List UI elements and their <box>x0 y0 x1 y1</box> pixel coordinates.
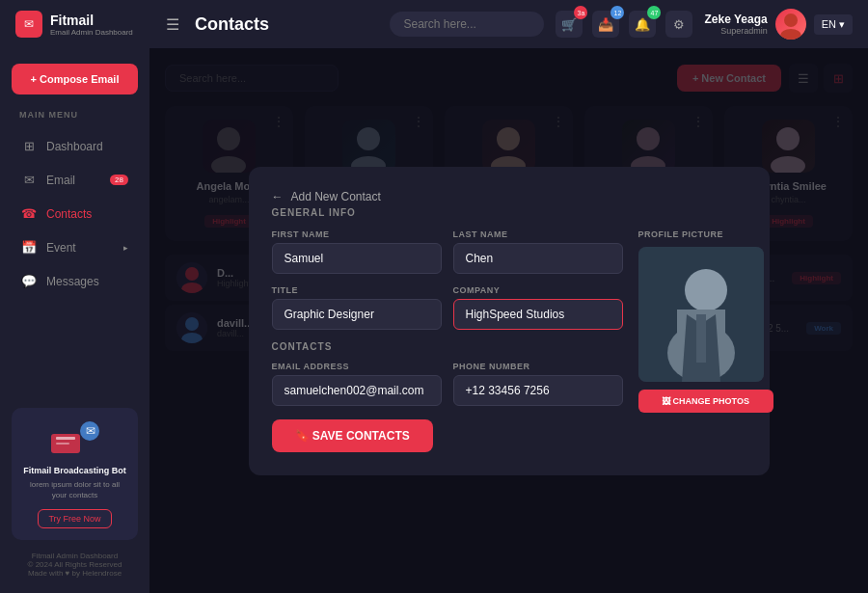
first-name-input[interactable] <box>272 243 442 274</box>
phone-group: PHONE NUMBER <box>453 362 623 406</box>
first-name-group: FIRST NAME <box>272 229 442 274</box>
sidebar-label-contacts: Contacts <box>46 207 92 221</box>
title-group: TITLE <box>272 285 442 330</box>
svg-point-23 <box>685 269 727 311</box>
footer-line3: Made with ♥ by Helendrose <box>12 569 138 578</box>
footer-line2: © 2024 All Rights Reserved <box>12 560 138 569</box>
promo-text: lorem ipsum dolor sit to all your contac… <box>23 479 126 500</box>
search-input-top[interactable] <box>390 12 544 37</box>
last-name-group: LAST NAME <box>453 229 623 274</box>
inbox-icon-wrap[interactable]: 📥 12 <box>592 11 619 38</box>
user-text: Zeke Yeaga Superadmin <box>704 13 767 36</box>
company-group: COMPANY <box>453 285 623 330</box>
modal-back-button[interactable]: ← Add New Contact <box>272 190 746 203</box>
messages-icon: 💬 <box>21 274 37 288</box>
contact-details-row: EMAIL ADDRESS PHONE NUMBER <box>272 362 623 406</box>
svg-rect-26 <box>696 314 706 363</box>
back-arrow-icon: ← <box>272 190 284 203</box>
profile-pic-label: PROFILE PICTURE <box>638 229 773 239</box>
promo-try-button[interactable]: Try Free Now <box>38 509 111 528</box>
save-contacts-button[interactable]: 🔖 SAVE CONTACTS <box>272 419 433 452</box>
sidebar: + Compose Email Main Menu ⊞ Dashboard ✉ … <box>0 48 149 593</box>
modal-form: FIRST NAME LAST NAME TITLE COMP <box>272 229 623 452</box>
last-name-label: LAST NAME <box>453 229 623 239</box>
contacts-icon: ☎ <box>21 206 37 221</box>
brand-sub: Email Admin Dashboard <box>50 28 133 37</box>
promo-card: ✉ Fitmail Broadcasting Bot lorem ipsum d… <box>12 408 138 540</box>
modal-body: FIRST NAME LAST NAME TITLE COMP <box>272 229 746 452</box>
title-input[interactable] <box>272 299 442 330</box>
email-group: EMAIL ADDRESS <box>272 362 442 406</box>
inbox-badge: 12 <box>610 6 624 19</box>
email-badge: 28 <box>110 175 128 185</box>
email-icon: ✉ <box>21 173 37 187</box>
cart-icon-wrap[interactable]: 🛒 3a <box>556 11 583 38</box>
user-name: Zeke Yeaga <box>704 13 767 26</box>
sidebar-label-messages: Messages <box>46 275 99 288</box>
main-menu-label: Main Menu <box>12 110 138 120</box>
hamburger-icon[interactable]: ☰ <box>162 12 183 38</box>
contacts-section-title: Contacts <box>272 341 623 352</box>
brand-logo: ✉ Fitmail Email Admin Dashboard <box>15 11 150 38</box>
sidebar-footer: Fitmail Admin Dashboard © 2024 All Right… <box>12 544 138 578</box>
sidebar-label-email: Email <box>46 174 75 187</box>
svg-point-0 <box>784 13 798 27</box>
bell-icon-wrap[interactable]: 🔔 47 <box>629 11 656 38</box>
brand-text: Fitmail Email Admin Dashboard <box>50 13 133 37</box>
svg-point-1 <box>780 29 801 40</box>
last-name-input[interactable] <box>453 243 623 274</box>
promo-title: Fitmail Broadcasting Bot <box>23 466 126 475</box>
profile-picture-box <box>638 247 764 382</box>
title-company-row: TITLE COMPANY <box>272 285 623 330</box>
general-info-section-title: General Info <box>272 207 746 218</box>
settings-icon[interactable]: ⚙ <box>665 11 692 38</box>
svg-rect-3 <box>56 437 75 440</box>
event-arrow-icon: ▸ <box>123 243 128 253</box>
email-label: EMAIL ADDRESS <box>272 362 442 371</box>
sidebar-label-event: Event <box>46 241 76 255</box>
name-row: FIRST NAME LAST NAME <box>272 229 623 274</box>
promo-illustration: ✉ <box>46 419 104 458</box>
email-input[interactable] <box>272 375 442 406</box>
footer-line1: Fitmail Admin Dashboard <box>12 552 138 560</box>
event-icon: 📅 <box>21 240 37 255</box>
top-navbar: ✉ Fitmail Email Admin Dashboard ☰ Contac… <box>0 0 868 48</box>
company-input[interactable] <box>453 299 623 330</box>
sidebar-item-event[interactable]: 📅 Event ▸ <box>12 232 138 262</box>
phone-input[interactable] <box>453 375 623 406</box>
cart-badge: 3a <box>574 6 587 19</box>
user-role: Superadmin <box>704 26 767 36</box>
dashboard-icon: ⊞ <box>21 139 37 153</box>
language-selector[interactable]: EN ▾ <box>814 14 853 35</box>
modal-profile-sidebar: PROFILE PICTURE 🖼 CHANGE PHOTOS <box>638 229 773 452</box>
modal-overlay: ← Add New Contact General Info FIRST NAM… <box>149 48 868 593</box>
sidebar-item-contacts[interactable]: ☎ Contacts <box>12 199 138 229</box>
compose-email-button[interactable]: + Compose Email <box>12 64 138 94</box>
svg-text:✉: ✉ <box>86 424 95 438</box>
first-name-label: FIRST NAME <box>272 229 442 239</box>
sidebar-item-dashboard[interactable]: ⊞ Dashboard <box>12 131 138 161</box>
add-contact-modal: ← Add New Contact General Info FIRST NAM… <box>249 167 770 475</box>
company-label: COMPANY <box>453 285 623 295</box>
nav-icons: 🛒 3a 📥 12 🔔 47 ⚙ <box>556 11 692 38</box>
title-label: TITLE <box>272 285 442 295</box>
page-title: Contacts <box>195 14 378 35</box>
sidebar-item-messages[interactable]: 💬 Messages <box>12 266 138 296</box>
sidebar-item-email[interactable]: ✉ Email 28 <box>12 165 138 195</box>
brand-icon: ✉ <box>15 11 42 38</box>
bell-badge: 47 <box>647 6 661 19</box>
user-info: Zeke Yeaga Superadmin EN ▾ <box>704 9 853 40</box>
phone-label: PHONE NUMBER <box>453 362 623 371</box>
brand-name: Fitmail <box>50 13 133 28</box>
svg-rect-4 <box>56 443 69 445</box>
change-photos-button[interactable]: 🖼 CHANGE PHOTOS <box>638 390 773 413</box>
modal-title: Add New Contact <box>291 190 381 203</box>
sidebar-label-dashboard: Dashboard <box>46 140 103 153</box>
user-avatar[interactable] <box>775 9 806 40</box>
